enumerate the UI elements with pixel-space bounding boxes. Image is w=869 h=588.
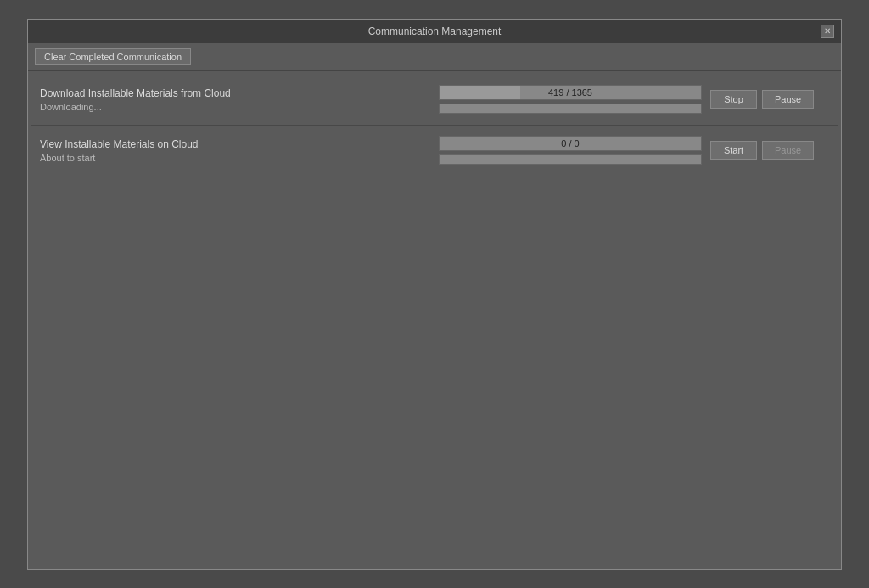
progress-bar-main-2: 0 / 0 <box>439 136 702 151</box>
task-status-1: Downloading... <box>40 102 430 112</box>
task-buttons-2: Start Pause <box>710 141 829 160</box>
task-list: Download Installable Materials from Clou… <box>28 71 841 569</box>
task-progress-2: 0 / 0 <box>439 136 702 165</box>
progress-bar-main-1: 419 / 1365 <box>439 85 702 100</box>
start-button-2[interactable]: Start <box>710 141 757 160</box>
pause-button-1[interactable]: Pause <box>762 90 814 109</box>
progress-label-2: 0 / 0 <box>561 138 579 148</box>
task-progress-1: 419 / 1365 <box>439 85 702 114</box>
clear-completed-button[interactable]: Clear Completed Communication <box>35 48 191 65</box>
stop-button-1[interactable]: Stop <box>710 90 757 109</box>
task-buttons-1: Stop Pause <box>710 90 829 109</box>
task-title-1: Download Installable Materials from Clou… <box>40 87 430 99</box>
table-row: Download Installable Materials from Clou… <box>31 75 838 126</box>
progress-sub-bar-1 <box>439 104 702 114</box>
task-title-2: View Installable Materials on Cloud <box>40 138 430 150</box>
task-info-1: Download Installable Materials from Clou… <box>40 87 430 112</box>
toolbar: Clear Completed Communication <box>28 43 841 71</box>
main-window: Communication Management ✕ Clear Complet… <box>27 19 842 570</box>
window-title: Communication Management <box>48 25 821 37</box>
title-bar: Communication Management ✕ <box>28 20 841 43</box>
pause-button-2[interactable]: Pause <box>762 141 814 160</box>
close-button[interactable]: ✕ <box>821 25 834 38</box>
progress-sub-bar-2 <box>439 154 702 165</box>
task-info-2: View Installable Materials on Cloud Abou… <box>40 138 430 163</box>
task-status-2: About to start <box>40 153 430 163</box>
table-row: View Installable Materials on Cloud Abou… <box>31 126 838 176</box>
progress-label-1: 419 / 1365 <box>548 87 592 98</box>
progress-fill-main-1 <box>440 86 520 99</box>
